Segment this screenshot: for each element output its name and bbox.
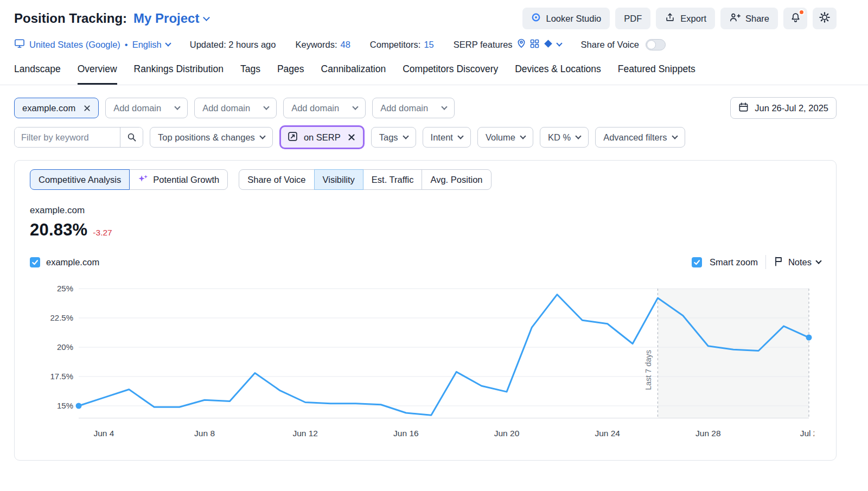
calendar-icon: [738, 102, 749, 114]
add-domain-label: Add domain: [202, 103, 250, 113]
share-of-voice-toggle[interactable]: [646, 39, 666, 50]
svg-text:22.5%: 22.5%: [50, 313, 73, 322]
chart-area: 15%17.5%20%22.5%25%Last 7 daysJun 4Jun 8…: [21, 278, 836, 444]
top-positions-dropdown[interactable]: Top positions & changes: [150, 127, 273, 148]
chevron-down-icon: [815, 258, 821, 264]
metric-tab-visibility[interactable]: Visibility: [314, 169, 363, 190]
settings-button[interactable]: [813, 8, 837, 29]
overview-panel: Competitive Analysis Potential Growth Sh…: [14, 160, 837, 461]
add-domain-dropdown-3[interactable]: Add domain: [283, 98, 366, 118]
metric-tab-avg-position[interactable]: Avg. Position: [422, 169, 491, 190]
advanced-filters-label: Advanced filters: [603, 132, 667, 143]
kd-label: KD %: [548, 132, 571, 143]
svg-text:Jun 24: Jun 24: [595, 429, 620, 438]
keyword-filter-box: [14, 127, 143, 148]
kd-dropdown[interactable]: KD %: [540, 127, 589, 148]
tab-competitive-analysis[interactable]: Competitive Analysis: [30, 169, 130, 190]
tab-tags[interactable]: Tags: [240, 63, 260, 85]
tab-potential-growth[interactable]: Potential Growth: [129, 169, 228, 190]
keywords-stat[interactable]: Keywords: 48: [295, 40, 350, 50]
metric-switch: Share of Voice Visibility Est. Traffic A…: [239, 169, 491, 190]
serp-features-selector[interactable]: SERP features: [454, 39, 561, 50]
keyword-filter-input[interactable]: [15, 127, 120, 147]
volume-label: Volume: [486, 132, 515, 143]
visibility-value: 20.83%: [30, 220, 87, 240]
keyword-search-button[interactable]: [120, 127, 143, 147]
tab-rankings-distribution[interactable]: Rankings Distribution: [134, 63, 224, 85]
gear-icon: [819, 11, 831, 25]
close-icon: [348, 133, 355, 141]
metric-summary: example.com 20.83% -3.27: [15, 205, 836, 240]
selected-domain-chip[interactable]: example.com: [14, 98, 99, 118]
chevron-down-icon: [672, 133, 678, 139]
flag-icon: [774, 256, 783, 269]
share-of-voice-setting: Share of Voice: [581, 39, 666, 50]
tab-overview[interactable]: Overview: [78, 63, 117, 85]
remove-serp-filter-button[interactable]: [347, 132, 356, 142]
add-domain-dropdown-2[interactable]: Add domain: [194, 98, 277, 118]
tab-devices-locations[interactable]: Devices & Locations: [515, 63, 601, 85]
panel-controls: Competitive Analysis Potential Growth Sh…: [15, 169, 836, 190]
competitive-analysis-label: Competitive Analysis: [39, 175, 121, 185]
tab-featured-snippets[interactable]: Featured Snippets: [618, 63, 695, 85]
tags-dropdown[interactable]: Tags: [371, 127, 416, 148]
add-domain-dropdown-4[interactable]: Add domain: [372, 98, 455, 118]
tab-landscape[interactable]: Landscape: [14, 63, 61, 85]
share-button[interactable]: Share: [720, 8, 778, 29]
tab-competitors-discovery[interactable]: Competitors Discovery: [403, 63, 498, 85]
serp-features-label: SERP features: [454, 40, 513, 50]
pdf-button[interactable]: PDF: [615, 8, 650, 29]
check-icon: [693, 259, 700, 266]
pdf-label: PDF: [624, 14, 642, 24]
serp-feature-filter-chip[interactable]: on SERP: [279, 125, 365, 149]
add-domain-dropdown-1[interactable]: Add domain: [105, 98, 188, 118]
share-label: Share: [745, 14, 769, 24]
remove-domain-button[interactable]: [82, 104, 92, 113]
keyword-filter-row: Top positions & changes on SERP Tags Int…: [0, 119, 868, 149]
date-range-picker[interactable]: Jun 26-Jul 2, 2025: [730, 97, 837, 119]
svg-text:15%: 15%: [57, 401, 73, 410]
visibility-delta: -3.27: [93, 228, 112, 238]
date-range-label: Jun 26-Jul 2, 2025: [755, 103, 828, 113]
project-selector[interactable]: My Project: [133, 11, 209, 26]
location-language-selector[interactable]: United States (Google) • English: [14, 39, 170, 50]
notes-label: Notes: [788, 257, 812, 267]
tab-pages[interactable]: Pages: [277, 63, 304, 85]
visibility-chart[interactable]: 15%17.5%20%22.5%25%Last 7 daysJun 4Jun 8…: [21, 278, 814, 442]
metric-value-row: 20.83% -3.27: [30, 220, 821, 240]
add-domain-label: Add domain: [291, 103, 339, 113]
volume-dropdown[interactable]: Volume: [477, 127, 533, 148]
chevron-down-icon: [203, 14, 210, 21]
chevron-down-icon: [556, 40, 562, 46]
svg-text:Last 7 days: Last 7 days: [644, 350, 653, 390]
chevron-down-icon: [165, 40, 171, 46]
competitors-count: 15: [424, 40, 433, 50]
vertical-divider: [765, 255, 766, 269]
updated-label: Updated: 2 hours ago: [190, 40, 276, 50]
metric-tab-est-traffic[interactable]: Est. Traffic: [363, 169, 423, 190]
advanced-filters-dropdown[interactable]: Advanced filters: [595, 127, 685, 148]
intent-dropdown[interactable]: Intent: [423, 127, 471, 148]
competitors-stat[interactable]: Competitors: 15: [370, 40, 434, 50]
looker-studio-button[interactable]: Looker Studio: [522, 8, 610, 29]
notifications-button[interactable]: [783, 8, 807, 29]
chevron-down-icon: [403, 133, 409, 139]
smart-zoom-checkbox[interactable]: [692, 257, 702, 267]
search-icon: [127, 132, 137, 142]
metric-tab-share-of-voice[interactable]: Share of Voice: [239, 169, 314, 190]
header: Position Tracking: My Project Looker Stu…: [0, 0, 868, 29]
legend-row: example.com Smart zoom Notes: [15, 255, 836, 269]
diamond-icon: [544, 39, 553, 50]
svg-text:20%: 20%: [57, 342, 73, 352]
domain-chip-label: example.com: [22, 103, 75, 113]
notes-dropdown[interactable]: Notes: [774, 256, 821, 269]
tags-label: Tags: [379, 132, 398, 143]
looker-studio-label: Looker Studio: [546, 14, 601, 24]
export-button[interactable]: Export: [656, 8, 715, 29]
series-legend: example.com: [30, 257, 99, 267]
competitors-label: Competitors:: [370, 40, 421, 50]
share-user-icon: [729, 12, 741, 25]
legend-checkbox-example-com[interactable]: [30, 257, 40, 267]
chevron-down-icon: [575, 133, 581, 139]
tab-cannibalization[interactable]: Cannibalization: [321, 63, 386, 85]
